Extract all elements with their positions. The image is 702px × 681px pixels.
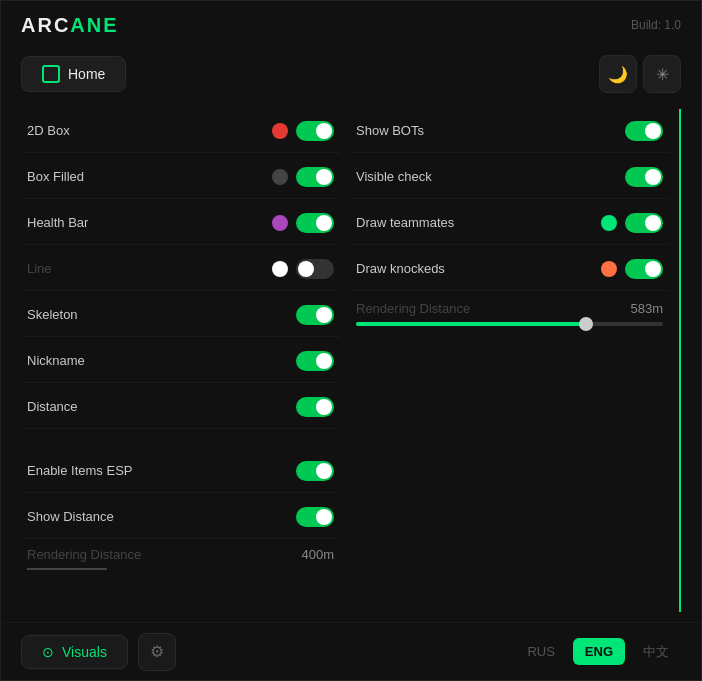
toggle-line[interactable] [296, 259, 334, 279]
toggle-draw-teammates[interactable] [625, 213, 663, 233]
left-rendering-value: 400m [301, 547, 334, 562]
setting-row-nickname: Nickname [21, 339, 340, 383]
logo: ARCANE [21, 14, 119, 37]
setting-row-skeleton: Skeleton [21, 293, 340, 337]
bottom-bar: ⊙ Visuals ⚙ RUS ENG 中文 [1, 622, 701, 680]
controls-distance [296, 397, 334, 417]
controls-skeleton [296, 305, 334, 325]
label-enable-items-esp: Enable Items ESP [27, 463, 133, 478]
theme-buttons: 🌙 ✳ [599, 55, 681, 93]
left-panel: 2D Box Box Filled Health Bar [21, 109, 340, 612]
left-rendering-label: Rendering Distance [27, 547, 141, 562]
toggle-nickname[interactable] [296, 351, 334, 371]
setting-row-visible-check: Visible check [350, 155, 669, 199]
color-dot-draw-teammates[interactable] [601, 215, 617, 231]
logo-arc: ARC [21, 14, 70, 36]
visuals-button[interactable]: ⊙ Visuals [21, 635, 128, 669]
right-slider-fill [356, 322, 586, 326]
gear-icon: ⚙ [150, 642, 164, 661]
toggle-draw-knockeds[interactable] [625, 259, 663, 279]
controls-visible-check [625, 167, 663, 187]
label-nickname: Nickname [27, 353, 85, 368]
right-rendering-label: Rendering Distance [356, 301, 470, 316]
toggle-show-bots[interactable] [625, 121, 663, 141]
setting-row-draw-teammates: Draw teammates [350, 201, 669, 245]
label-distance: Distance [27, 399, 78, 414]
controls-health-bar [272, 213, 334, 233]
toggle-box-filled[interactable] [296, 167, 334, 187]
toggle-visible-check[interactable] [625, 167, 663, 187]
controls-line [272, 259, 334, 279]
setting-row-box-filled: Box Filled [21, 155, 340, 199]
controls-show-distance [296, 507, 334, 527]
lang-eng-button[interactable]: ENG [573, 638, 625, 665]
toggle-enable-items-esp[interactable] [296, 461, 334, 481]
controls-draw-knockeds [601, 259, 663, 279]
build-label: Build: 1.0 [631, 18, 681, 32]
toggle-distance[interactable] [296, 397, 334, 417]
language-buttons: RUS ENG 中文 [515, 637, 681, 667]
visuals-label: Visuals [62, 644, 107, 660]
setting-row-distance: Distance [21, 385, 340, 429]
left-slider-line [27, 568, 107, 570]
label-show-bots: Show BOTs [356, 123, 424, 138]
right-panel: Show BOTs Visible check Draw teammates [350, 109, 681, 612]
controls-enable-items-esp [296, 461, 334, 481]
visuals-icon: ⊙ [42, 644, 54, 660]
bottom-left: ⊙ Visuals ⚙ [21, 633, 176, 671]
sun-theme-button[interactable]: ✳ [643, 55, 681, 93]
label-draw-teammates: Draw teammates [356, 215, 454, 230]
color-dot-2d-box[interactable] [272, 123, 288, 139]
toggle-show-distance[interactable] [296, 507, 334, 527]
right-slider-track[interactable] [356, 322, 663, 326]
setting-row-line: Line [21, 247, 340, 291]
header: ARCANE Build: 1.0 [1, 1, 701, 49]
sun-icon: ✳ [656, 65, 669, 84]
controls-nickname [296, 351, 334, 371]
main-content: 2D Box Box Filled Health Bar [1, 99, 701, 622]
controls-2d-box [272, 121, 334, 141]
label-health-bar: Health Bar [27, 215, 88, 230]
label-box-filled: Box Filled [27, 169, 84, 184]
nav-row: Home 🌙 ✳ [1, 49, 701, 99]
controls-show-bots [625, 121, 663, 141]
setting-row-show-bots: Show BOTs [350, 109, 669, 153]
label-2d-box: 2D Box [27, 123, 70, 138]
right-rendering-row: Rendering Distance 583m [350, 293, 669, 334]
right-rendering-header: Rendering Distance 583m [356, 301, 663, 316]
color-dot-box-filled[interactable] [272, 169, 288, 185]
right-slider-thumb[interactable] [579, 317, 593, 331]
label-skeleton: Skeleton [27, 307, 78, 322]
color-dot-draw-knockeds[interactable] [601, 261, 617, 277]
label-show-distance: Show Distance [27, 509, 114, 524]
home-button[interactable]: Home [21, 56, 126, 92]
color-dot-health-bar[interactable] [272, 215, 288, 231]
right-rendering-value: 583m [630, 301, 663, 316]
lang-zh-button[interactable]: 中文 [631, 637, 681, 667]
label-line: Line [27, 261, 52, 276]
left-rendering-row: Rendering Distance 400m [21, 541, 340, 576]
moon-icon: 🌙 [608, 65, 628, 84]
lang-rus-button[interactable]: RUS [515, 638, 566, 665]
moon-theme-button[interactable]: 🌙 [599, 55, 637, 93]
settings-icon-button[interactable]: ⚙ [138, 633, 176, 671]
toggle-health-bar[interactable] [296, 213, 334, 233]
left-rendering-header: Rendering Distance 400m [27, 547, 334, 562]
color-dot-line[interactable] [272, 261, 288, 277]
logo-ane: ANE [70, 14, 118, 36]
toggle-skeleton[interactable] [296, 305, 334, 325]
app-container: ARCANE Build: 1.0 Home 🌙 ✳ 2D Box [0, 0, 702, 681]
setting-row-health-bar: Health Bar [21, 201, 340, 245]
controls-box-filled [272, 167, 334, 187]
home-label: Home [68, 66, 105, 82]
setting-row-show-distance: Show Distance [21, 495, 340, 539]
home-icon [42, 65, 60, 83]
setting-row-enable-items-esp: Enable Items ESP [21, 449, 340, 493]
toggle-2d-box[interactable] [296, 121, 334, 141]
label-visible-check: Visible check [356, 169, 432, 184]
setting-row-2d-box: 2D Box [21, 109, 340, 153]
setting-row-draw-knockeds: Draw knockeds [350, 247, 669, 291]
controls-draw-teammates [601, 213, 663, 233]
label-draw-knockeds: Draw knockeds [356, 261, 445, 276]
